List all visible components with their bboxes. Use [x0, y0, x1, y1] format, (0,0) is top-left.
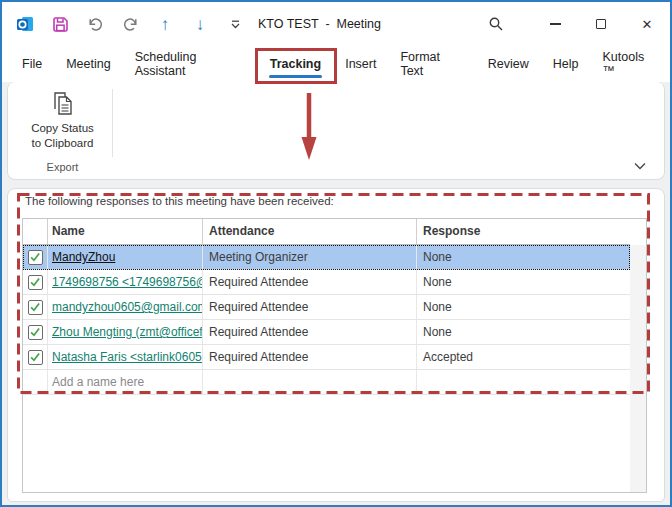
tracking-table-header: Name Attendance Response — [23, 219, 630, 245]
tab-insert[interactable]: Insert — [333, 46, 388, 82]
attendance-cell: Required Attendee — [203, 270, 417, 294]
copy-status-label-line2: to Clipboard — [31, 136, 93, 151]
ribbon-content-gap — [2, 180, 670, 188]
column-header-attendance[interactable]: Attendance — [203, 219, 417, 244]
tab-meeting[interactable]: Meeting — [54, 46, 122, 82]
copy-status-to-clipboard-button[interactable]: Copy Status to Clipboard — [27, 85, 98, 153]
attendance-cell: Meeting Organizer — [203, 245, 417, 269]
table-row[interactable]: MandyZhou Meeting Organizer None — [23, 245, 630, 270]
attendance-cell: Required Attendee — [203, 320, 417, 344]
move-up-icon[interactable]: ↑ — [155, 14, 175, 34]
checked-checkbox-icon[interactable] — [28, 300, 43, 315]
quick-access-toolbar: ↑ ↓ — [15, 14, 245, 34]
checked-checkbox-icon[interactable] — [28, 275, 43, 290]
tracking-table-body: MandyZhou Meeting Organizer None 1749698… — [23, 245, 646, 395]
attendee-name-cell: MandyZhou — [48, 245, 203, 269]
row-checkbox-cell[interactable] — [23, 320, 48, 344]
tab-review[interactable]: Review — [476, 46, 541, 82]
row-checkbox-cell[interactable] — [23, 245, 48, 269]
table-row[interactable]: mandyzhou0605@gmail.com Required Attende… — [23, 295, 630, 320]
row-checkbox-cell[interactable] — [23, 295, 48, 319]
export-group-label: Export — [47, 161, 79, 176]
window-title: KTO TEST - Meeting — [258, 17, 381, 31]
move-down-icon[interactable]: ↓ — [190, 14, 210, 34]
column-header-name[interactable]: Name — [48, 219, 203, 244]
redo-icon[interactable] — [120, 14, 140, 34]
row-checkbox-cell[interactable] — [23, 345, 48, 369]
save-icon[interactable] — [50, 14, 70, 34]
tab-format-text[interactable]: Format Text — [388, 46, 475, 82]
scrollbar-track-area — [630, 245, 646, 492]
minimize-button[interactable] — [532, 2, 578, 46]
attendance-cell: Required Attendee — [203, 345, 417, 369]
export-group: Copy Status to Clipboard Export — [14, 85, 111, 176]
response-cell: None — [417, 270, 630, 294]
attendee-name-cell: Add a name here — [48, 370, 203, 394]
response-cell: None — [417, 245, 630, 269]
ribbon: Copy Status to Clipboard Export — [7, 82, 665, 180]
response-cell — [417, 370, 630, 394]
table-row[interactable]: Zhou Mengting (zmt@officef Required Atte… — [23, 320, 630, 345]
copy-status-label-line1: Copy Status — [31, 121, 94, 136]
attendance-cell: Required Attendee — [203, 295, 417, 319]
checked-checkbox-icon[interactable] — [28, 250, 43, 265]
collapse-ribbon-chevron-icon[interactable] — [631, 159, 649, 173]
row-checkbox-cell[interactable] — [23, 270, 48, 294]
tab-tracking[interactable]: Tracking — [258, 46, 333, 82]
annotation-arrow-down — [298, 92, 320, 162]
ribbon-group-separator — [112, 89, 113, 157]
tab-kutools[interactable]: Kutools ™ — [590, 46, 670, 82]
responses-intro-label: The following responses to this meeting … — [25, 195, 334, 207]
close-button[interactable]: ✕ — [624, 2, 670, 46]
annotation-box-tracking-tab — [255, 48, 337, 84]
maximize-button[interactable] — [578, 2, 624, 46]
customize-qat-chevron-icon[interactable] — [225, 14, 245, 34]
attendee-name-cell: Zhou Mengting (zmt@officef — [48, 320, 203, 344]
tab-help[interactable]: Help — [541, 46, 591, 82]
response-cell: None — [417, 295, 630, 319]
title-bar: ↑ ↓ KTO TEST - Meeting ✕ — [2, 2, 670, 46]
table-row[interactable]: Add a name here — [23, 370, 630, 395]
column-header-checkbox[interactable] — [23, 219, 48, 244]
table-row[interactable]: Natasha Faris <starlink0605@ Required At… — [23, 345, 630, 370]
checked-checkbox-icon[interactable] — [28, 350, 43, 365]
attendee-name-cell: mandyzhou0605@gmail.com — [48, 295, 203, 319]
checked-checkbox-icon[interactable] — [28, 325, 43, 340]
copy-icon — [49, 90, 76, 117]
search-icon[interactable] — [476, 2, 516, 46]
response-cell: Accepted — [417, 345, 630, 369]
ribbon-tabs: FileMeetingScheduling AssistantTrackingI… — [2, 46, 670, 82]
undo-icon[interactable] — [85, 14, 105, 34]
tab-scheduling-assistant[interactable]: Scheduling Assistant — [123, 46, 258, 82]
attendee-name-cell: 1749698756 <1749698756@q — [48, 270, 203, 294]
tracking-table: Name Attendance Response MandyZhou Meeti… — [22, 218, 647, 493]
table-row[interactable]: 1749698756 <1749698756@q Required Attend… — [23, 270, 630, 295]
row-checkbox-cell[interactable] — [23, 370, 48, 394]
attendance-cell — [203, 370, 417, 394]
response-cell: None — [417, 320, 630, 344]
tracking-pane: The following responses to this meeting … — [7, 188, 665, 502]
tab-file[interactable]: File — [10, 46, 54, 82]
column-header-response[interactable]: Response — [417, 219, 630, 244]
attendee-name-cell: Natasha Faris <starlink0605@ — [48, 345, 203, 369]
outlook-meeting-window: ↑ ↓ KTO TEST - Meeting ✕ FileMeeting — [0, 0, 672, 507]
outlook-app-icon — [15, 14, 35, 34]
titlebar-controls: ✕ — [476, 2, 670, 46]
